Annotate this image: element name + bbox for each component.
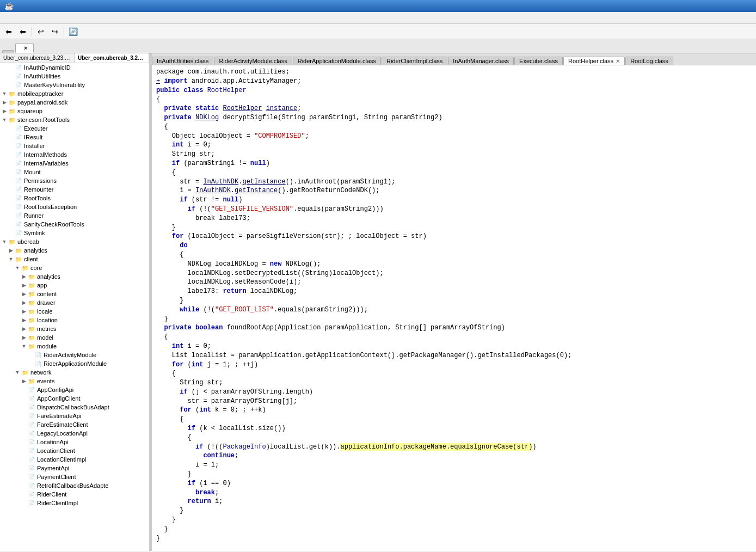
menu-search[interactable] — [28, 17, 37, 19]
tree-node-app[interactable]: ▶ 📁 app — [0, 281, 149, 290]
menu-file[interactable] — [2, 17, 11, 19]
expander-locale[interactable]: ▶ — [21, 308, 27, 315]
expander-mobileapptracker[interactable]: ▼ — [1, 90, 8, 97]
tree-node-LocationClientImpl[interactable]: 📄 LocationClientImpl — [0, 455, 149, 464]
tree-node-RootTools[interactable]: 📄 RootTools — [0, 194, 149, 203]
expander-metrics[interactable]: ▶ — [21, 326, 27, 332]
tree-node-Permissions[interactable]: 📄 Permissions — [0, 176, 149, 185]
tree-node-location[interactable]: ▶ 📁 location — [0, 316, 149, 324]
expander-paypal.android.sdk[interactable]: ▶ — [1, 99, 8, 106]
code-tab-0[interactable]: InAuthUtilities.class — [152, 57, 213, 65]
tree-node-analytics2[interactable]: ▶ 📁 analytics — [0, 272, 149, 281]
refresh-button[interactable]: 🔄 — [66, 26, 79, 38]
tree-node-paypal.android.sdk[interactable]: ▶ 📁 paypal.android.sdk — [0, 98, 149, 107]
tree-node-RetrofitCallbackBusAdapte[interactable]: 📄 RetrofitCallbackBusAdapte — [0, 481, 149, 490]
label-Permissions: Permissions — [24, 177, 57, 184]
tree-node-core[interactable]: ▼ 📁 core — [0, 263, 149, 272]
code-tab-4[interactable]: InAuthManager.class — [448, 57, 514, 65]
code-tab-6[interactable]: RootHelper.class✕ — [563, 57, 625, 65]
tree-node-InternalMethods[interactable]: 📄 InternalMethods — [0, 150, 149, 159]
close-code-tab-6[interactable]: ✕ — [616, 58, 620, 64]
tree-node-events[interactable]: ▶ 📁 events — [0, 377, 149, 385]
expander-stericson.RootTools[interactable]: ▼ — [1, 116, 8, 123]
expander-location[interactable]: ▶ — [21, 317, 27, 323]
tree-node-mobileapptracker[interactable]: ▼ 📁 mobileapptracker — [0, 89, 149, 98]
code-tab-2[interactable]: RiderApplicationModule.class — [293, 57, 381, 65]
file-tab-1[interactable]: ✕ — [15, 43, 34, 53]
tree-node-PaymentClient[interactable]: 📄 PaymentClient — [0, 473, 149, 481]
menu-edit[interactable] — [11, 17, 20, 19]
code-area[interactable]: package com.inauth.root.utilities;+ impo… — [152, 65, 756, 551]
tree-node-inAuthUtilities[interactable]: 📄 InAuthUtilities — [0, 72, 149, 81]
tree-node-client[interactable]: ▼ 📁 client — [0, 255, 149, 263]
expander-model[interactable]: ▶ — [21, 334, 27, 341]
code-tab-1[interactable]: RiderActivityModule.class — [214, 57, 292, 65]
tree-node-network[interactable]: ▼ 📁 network — [0, 368, 149, 377]
tree-node-Remounter[interactable]: 📄 Remounter — [0, 185, 149, 194]
tree-node-Installer[interactable]: 📄 Installer — [0, 142, 149, 150]
tree-node-RiderActivityModule[interactable]: 📄 RiderActivityModule — [0, 351, 149, 359]
code-tab-5[interactable]: Executer.class — [514, 57, 563, 65]
tree-node-model[interactable]: ▶ 📁 model — [0, 333, 149, 342]
tree-node-AppConfigApi[interactable]: 📄 AppConfigApi — [0, 385, 149, 394]
label-LocationClient: LocationClient — [37, 447, 75, 454]
expander-network[interactable]: ▼ — [14, 369, 21, 376]
tree-node-FareEstimateClient[interactable]: 📄 FareEstimateClient — [0, 420, 149, 429]
prev-button[interactable]: ↩ — [34, 26, 47, 38]
tree-node-PaymentApi[interactable]: 📄 PaymentApi — [0, 464, 149, 473]
tree-node-InternalVariables[interactable]: 📄 InternalVariables — [0, 159, 149, 168]
tree-node-DispatchCallbackBusAdapt[interactable]: 📄 DispatchCallbackBusAdapt — [0, 403, 149, 412]
menu-navigate[interactable] — [20, 17, 28, 19]
expander-analytics[interactable]: ▶ — [8, 247, 14, 254]
panel-tab-1[interactable]: Uber_com.ubercab_3.23.2... — [75, 53, 149, 63]
next-button[interactable]: ↪ — [48, 26, 62, 38]
code-tab-3[interactable]: RiderClientImpl.class — [382, 57, 447, 65]
code-tab-7[interactable]: RootLog.class — [625, 57, 673, 65]
tree-node-module[interactable]: ▼ 📁 module — [0, 342, 149, 351]
expander-module[interactable]: ▼ — [21, 343, 27, 349]
tree-node-Runner[interactable]: 📄 Runner — [0, 211, 149, 220]
forward-button[interactable]: ⬅ — [16, 26, 29, 38]
tree-node-drawer[interactable]: ▶ 📁 drawer — [0, 298, 149, 307]
tree-node-RiderClientImpl[interactable]: 📄 RiderClientImpl — [0, 499, 149, 507]
tree-node-RiderApplicationModule[interactable]: 📄 RiderApplicationModule — [0, 359, 149, 368]
expander-core[interactable]: ▼ — [14, 265, 21, 271]
tree-node-Mount[interactable]: 📄 Mount — [0, 168, 149, 176]
tree-node-Executer[interactable]: 📄 Executer — [0, 124, 149, 133]
tree-node-AppConfigClient[interactable]: 📄 AppConfigClient — [0, 394, 149, 403]
expander-content[interactable]: ▶ — [21, 291, 27, 297]
file-tab-0[interactable] — [2, 50, 14, 53]
expander-analytics2[interactable]: ▶ — [21, 273, 27, 280]
tree-node-IResult[interactable]: 📄 IResult — [0, 133, 149, 142]
tree-node-LocationClient[interactable]: 📄 LocationClient — [0, 446, 149, 455]
tree-node-stericson.RootTools[interactable]: ▼ 📁 stericson.RootTools — [0, 115, 149, 124]
expander-events[interactable]: ▶ — [21, 378, 27, 384]
tree-node-SanityCheckRootTools[interactable]: 📄 SanityCheckRootTools — [0, 220, 149, 229]
tree-node-masterKeyVulnerability[interactable]: 📄 MasterKeyVulnerability — [0, 81, 149, 89]
tree-node-analytics[interactable]: ▶ 📁 analytics — [0, 246, 149, 255]
tree-node-RiderClient[interactable]: 📄 RiderClient — [0, 490, 149, 499]
expander-ubercab[interactable]: ▼ — [1, 238, 8, 245]
expander-client[interactable]: ▼ — [8, 256, 14, 262]
tree-node-locale[interactable]: ▶ 📁 locale — [0, 307, 149, 316]
label-ubercab: ubercab — [17, 238, 39, 245]
tree-node-LegacyLocationApi[interactable]: 📄 LegacyLocationApi — [0, 429, 149, 438]
expander-drawer[interactable]: ▶ — [21, 299, 27, 306]
tree-node-LocationApi[interactable]: 📄 LocationApi — [0, 438, 149, 446]
tree-node-RootToolsException[interactable]: 📄 RootToolsException — [0, 203, 149, 211]
expander-app[interactable]: ▶ — [21, 282, 27, 289]
tree-node-squareup[interactable]: ▶ 📁 squareup — [0, 107, 149, 115]
panel-tab-0[interactable]: Uber_com.ubercab_3.23.2... — [0, 53, 75, 63]
tree-node-content[interactable]: ▶ 📁 content — [0, 290, 149, 298]
tree-node-inAuthDynamicID[interactable]: 📄 InAuthDynamicID — [0, 63, 149, 72]
tree-container[interactable]: 📄 InAuthDynamicID 📄 InAuthUtilities 📄 Ma… — [0, 63, 149, 551]
expander-squareup[interactable]: ▶ — [1, 108, 8, 114]
menu-help[interactable] — [37, 17, 46, 19]
tree-node-Symlink[interactable]: 📄 Symlink — [0, 229, 149, 237]
tree-node-ubercab[interactable]: ▼ 📁 ubercab — [0, 237, 149, 246]
back-button[interactable]: ⬅ — [2, 26, 15, 38]
tree-node-FareEstimateApi[interactable]: 📄 FareEstimateApi — [0, 412, 149, 420]
code-line-23: do — [156, 241, 752, 250]
close-file-tab[interactable]: ✕ — [23, 45, 28, 51]
tree-node-metrics[interactable]: ▶ 📁 metrics — [0, 324, 149, 333]
